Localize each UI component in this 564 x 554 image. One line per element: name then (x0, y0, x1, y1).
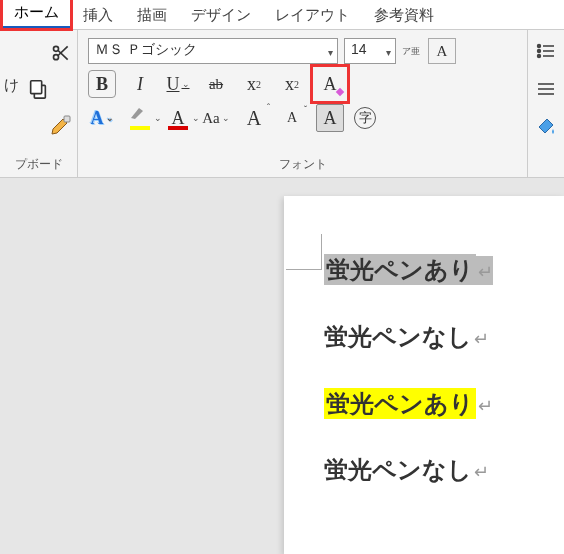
text-line-3-content: 蛍光ペンあり (324, 388, 476, 419)
svg-point-10 (538, 50, 541, 53)
superscript-button[interactable]: x2 (278, 70, 306, 98)
chevron-down-icon: ⌄ (222, 113, 230, 123)
chevron-down-icon: ⌄ (106, 113, 114, 123)
diamond-icon (335, 87, 345, 97)
return-mark-icon: ↵ (478, 396, 493, 416)
align-button[interactable] (533, 76, 559, 102)
change-case-button[interactable]: Aa ⌄ (202, 104, 230, 132)
bullets-icon (536, 43, 556, 59)
text-effects-label: A (91, 108, 104, 129)
shrink-font-label: A (287, 110, 297, 126)
tab-layout[interactable]: レイアウト (263, 2, 362, 29)
subscript-button[interactable]: x2 (240, 70, 268, 98)
clipboard-group-label: プボード (0, 156, 77, 173)
text-line-3[interactable]: 蛍光ペンあり↵ (324, 390, 493, 419)
char-shading-button[interactable]: A (316, 104, 344, 132)
svg-point-0 (53, 46, 58, 51)
underline-label: U (167, 74, 180, 95)
ribbon: け プボード ＭＳ Ｐゴシック ▾ 14 ▾ ア亜 A B (0, 30, 564, 178)
chevron-up-icon: ˆ (267, 102, 270, 112)
chevron-down-icon: ⌄ (192, 113, 200, 123)
subscript-base: x (247, 74, 256, 95)
format-painter-button[interactable] (48, 112, 74, 138)
tab-draw[interactable]: 描画 (125, 2, 179, 29)
paragraph-group-partial (528, 30, 564, 177)
text-effects-button[interactable]: A ⌄ (88, 104, 116, 132)
grow-font-button[interactable]: A ˆ (240, 104, 268, 132)
font-size-select[interactable]: 14 ▾ (344, 38, 396, 64)
page[interactable]: 蛍光ペンあり↵ 蛍光ペンなし↵ 蛍光ペンあり↵ 蛍光ペンなし↵ (284, 196, 564, 554)
return-mark-icon: ↵ (474, 462, 489, 482)
chevron-down-icon: ˇ (304, 104, 307, 114)
text-line-4-content: 蛍光ペンなし (324, 456, 472, 483)
font-group-label: フォント (78, 156, 527, 173)
return-mark-icon: ↵ (474, 329, 489, 349)
highlighter-icon (129, 106, 147, 120)
svg-rect-5 (30, 81, 41, 94)
fill-button[interactable] (533, 114, 559, 140)
document-area: 蛍光ペンあり↵ 蛍光ペンなし↵ 蛍光ペンあり↵ 蛍光ペンなし↵ (0, 178, 564, 554)
svg-point-8 (538, 45, 541, 48)
clear-format-button[interactable]: A (316, 70, 344, 98)
text-line-2-content: 蛍光ペンなし (324, 323, 472, 350)
highlight-button[interactable]: ⌄ (126, 104, 154, 132)
paintbrush-icon (49, 113, 73, 137)
scissors-icon (51, 43, 71, 63)
text-line-2[interactable]: 蛍光ペンなし↵ (324, 323, 489, 352)
italic-button[interactable]: I (126, 70, 154, 98)
tab-design[interactable]: デザイン (179, 2, 263, 29)
grow-font-label: A (247, 107, 261, 130)
chevron-down-icon: ⌄ (154, 113, 162, 123)
text-line-4[interactable]: 蛍光ペンなし↵ (324, 456, 489, 485)
superscript-base: x (285, 74, 294, 95)
svg-rect-7 (336, 88, 344, 96)
ruby-button[interactable]: ア亜 (402, 47, 422, 56)
svg-point-1 (53, 55, 58, 60)
change-case-label: Aa (202, 110, 220, 127)
char-border-button[interactable]: A (428, 38, 456, 64)
return-mark-icon: ↵ (478, 262, 493, 282)
copy-button[interactable] (25, 76, 51, 102)
text-line-1-content: 蛍光ペンあり (324, 254, 476, 285)
text-line-1[interactable]: 蛍光ペンあり↵ (324, 256, 493, 285)
clipboard-group: け プボード (0, 30, 78, 177)
enclose-char-button[interactable]: 字 (354, 107, 376, 129)
superscript-sup: 2 (294, 79, 299, 90)
shrink-font-button[interactable]: A ˇ (278, 104, 306, 132)
paste-label: け (4, 76, 19, 102)
margin-mark-icon (286, 234, 322, 270)
svg-rect-6 (64, 116, 70, 122)
font-name-value: ＭＳ Ｐゴシック (95, 41, 197, 57)
font-size-value: 14 (351, 41, 367, 57)
cut-button[interactable] (48, 40, 74, 66)
bold-button[interactable]: B (88, 70, 116, 98)
font-color-button[interactable]: A ⌄ (164, 104, 192, 132)
tab-insert[interactable]: 挿入 (71, 2, 125, 29)
underline-button[interactable]: U ⌄ (164, 70, 192, 98)
copy-icon (27, 78, 49, 100)
font-name-select[interactable]: ＭＳ Ｐゴシック ▾ (88, 38, 338, 64)
align-icon (536, 81, 556, 97)
chevron-down-icon: ▾ (328, 47, 333, 58)
bullets-button[interactable] (533, 38, 559, 64)
chevron-down-icon: ▾ (386, 47, 391, 58)
paint-bucket-icon (535, 117, 557, 137)
font-group: ＭＳ Ｐゴシック ▾ 14 ▾ ア亜 A B I U ⌄ ab x2 x2 (78, 30, 528, 177)
chevron-down-icon: ⌄ (182, 79, 190, 89)
subscript-sub: 2 (256, 79, 261, 90)
svg-point-12 (538, 55, 541, 58)
strike-button[interactable]: ab (202, 70, 230, 98)
tab-bar: ホーム 挿入 描画 デザイン レイアウト 参考資料 (0, 0, 564, 30)
tab-home[interactable]: ホーム (2, 0, 71, 29)
tab-references[interactable]: 参考資料 (362, 2, 446, 29)
